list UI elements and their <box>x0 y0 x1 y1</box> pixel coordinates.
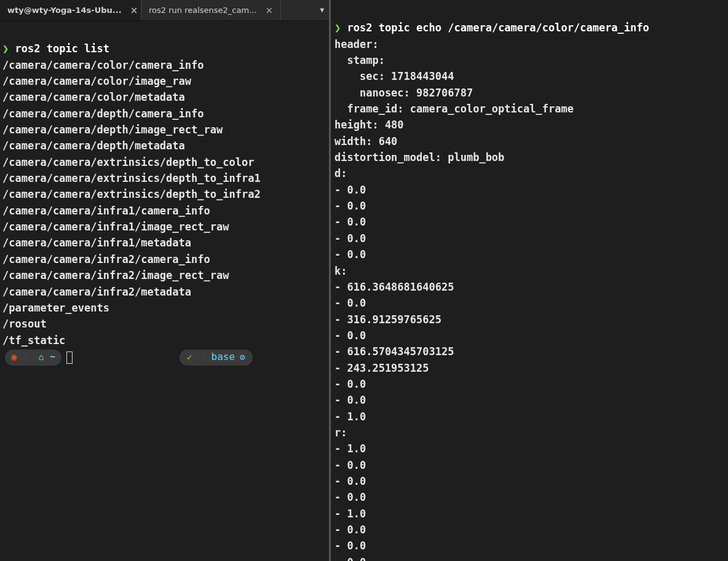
echo-line: sec: 1718443044 <box>334 70 454 82</box>
topic-line: /camera/camera/color/metadata <box>2 91 185 103</box>
topic-line: /camera/camera/infra2/metadata <box>2 286 191 298</box>
echo-line: - 0.0 <box>334 184 366 196</box>
echo-line: r: <box>334 426 347 439</box>
echo-line: - 0.0 <box>334 378 366 390</box>
topic-line: /camera/camera/color/camera_info <box>2 59 204 71</box>
topic-line: /camera/camera/infra1/image_rect_raw <box>2 221 229 233</box>
topic-line: /camera/camera/extrinsics/depth_to_infra… <box>2 188 261 200</box>
tilde-icon: ~ <box>50 350 55 364</box>
tab-1-label: wty@wty-Yoga-14s-Ubu... <box>7 6 122 15</box>
tab-1[interactable]: wty@wty-Yoga-14s-Ubu... × <box>0 0 141 20</box>
echo-line: - 316.91259765625 <box>334 313 441 326</box>
left-terminal-body[interactable]: ❯ ros2 topic list /camera/camera/color/c… <box>0 21 329 369</box>
echo-line: - 616.5704345703125 <box>334 345 454 358</box>
echo-line: - 0.0 <box>334 475 366 487</box>
tab-bar: wty@wty-Yoga-14s-Ubu... × ros2 run reals… <box>0 0 329 21</box>
echo-line: frame_id: camera_color_optical_frame <box>334 103 574 115</box>
echo-line: - 0.0 <box>334 329 366 342</box>
env-name: base <box>212 350 235 365</box>
topic-line: /camera/camera/infra1/metadata <box>2 237 191 249</box>
topic-line: /camera/camera/infra2/camera_info <box>2 253 210 265</box>
chevron-left-icon: 〈 <box>197 350 207 364</box>
echo-line: - 0.0 <box>334 394 366 406</box>
echo-line: - 0.0 <box>334 556 366 561</box>
right-command: ros2 topic echo /camera/camera/color/cam… <box>347 22 649 34</box>
left-command: ros2 topic list <box>15 42 110 55</box>
check-icon: ✓ <box>187 351 192 364</box>
echo-line: - 0.0 <box>334 216 366 228</box>
chevron-right-icon: 〉 <box>23 350 33 364</box>
status-pill-left: ◉ 〉 ⌂ ~ <box>5 350 61 366</box>
python-icon: ⚙ <box>240 351 245 364</box>
prompt-symbol: ❯ <box>2 42 9 55</box>
topic-line: /tf_static <box>2 334 65 347</box>
echo-line: - 0.0 <box>334 491 366 503</box>
right-terminal-panel: ❯ ros2 topic echo /camera/camera/color/c… <box>329 0 728 561</box>
echo-line: width: 640 <box>334 135 397 147</box>
topic-line: /rosout <box>2 318 47 330</box>
topic-line: /camera/camera/color/image_raw <box>2 75 191 87</box>
echo-line: d: <box>334 167 347 179</box>
close-icon[interactable]: × <box>266 5 274 16</box>
topic-line: /camera/camera/infra2/image_rect_raw <box>2 269 229 281</box>
topic-line: /camera/camera/infra1/camera_info <box>2 205 210 217</box>
tab-2[interactable]: ros2 run realsense2_cam... × <box>141 0 281 20</box>
echo-line: - 0.0 <box>334 539 366 552</box>
echo-line: - 616.3648681640625 <box>334 281 454 293</box>
cursor <box>66 351 73 364</box>
topic-line: /camera/camera/depth/image_rect_raw <box>2 124 223 136</box>
echo-line: header: <box>334 38 379 50</box>
topic-line: /camera/camera/depth/camera_info <box>2 108 204 120</box>
ubuntu-icon: ◉ <box>11 350 17 365</box>
topic-line: /parameter_events <box>2 302 109 314</box>
echo-line: - 243.251953125 <box>334 362 429 374</box>
tab-2-label: ros2 run realsense2_cam... <box>149 6 257 15</box>
echo-line: nanosec: 982706787 <box>334 87 473 99</box>
echo-line: - 1.0 <box>334 410 366 423</box>
echo-line: - 0.0 <box>334 524 366 536</box>
echo-line: - 0.0 <box>334 297 366 309</box>
echo-line: height: 480 <box>334 119 404 131</box>
echo-line: - 0.0 <box>334 200 366 212</box>
echo-line: - 1.0 <box>334 442 366 455</box>
echo-line: - 0.0 <box>334 232 366 245</box>
close-icon[interactable]: × <box>130 5 138 16</box>
right-terminal-body[interactable]: ❯ ros2 topic echo /camera/camera/color/c… <box>332 0 728 561</box>
topic-line: /camera/camera/extrinsics/depth_to_color <box>2 156 254 168</box>
topic-line: /camera/camera/depth/metadata <box>2 139 185 152</box>
home-icon: ⌂ <box>39 351 44 364</box>
echo-line: - 0.0 <box>334 248 366 261</box>
echo-line: k: <box>334 265 347 277</box>
echo-line: - 0.0 <box>334 459 366 471</box>
status-pill-right: ✓ 〈 base ⚙ <box>180 350 252 366</box>
prompt-symbol: ❯ <box>334 22 341 34</box>
echo-line: - 1.0 <box>334 508 366 520</box>
left-terminal-panel: wty@wty-Yoga-14s-Ubu... × ros2 run reals… <box>0 0 329 561</box>
topic-line: /camera/camera/extrinsics/depth_to_infra… <box>2 172 261 184</box>
tab-dropdown-icon[interactable]: ▼ <box>315 6 329 14</box>
echo-line: distortion_model: plumb_bob <box>334 151 504 163</box>
status-line: ◉ 〉 ⌂ ~ ✓ 〈 base ⚙ <box>2 350 326 366</box>
echo-line: stamp: <box>334 54 385 66</box>
